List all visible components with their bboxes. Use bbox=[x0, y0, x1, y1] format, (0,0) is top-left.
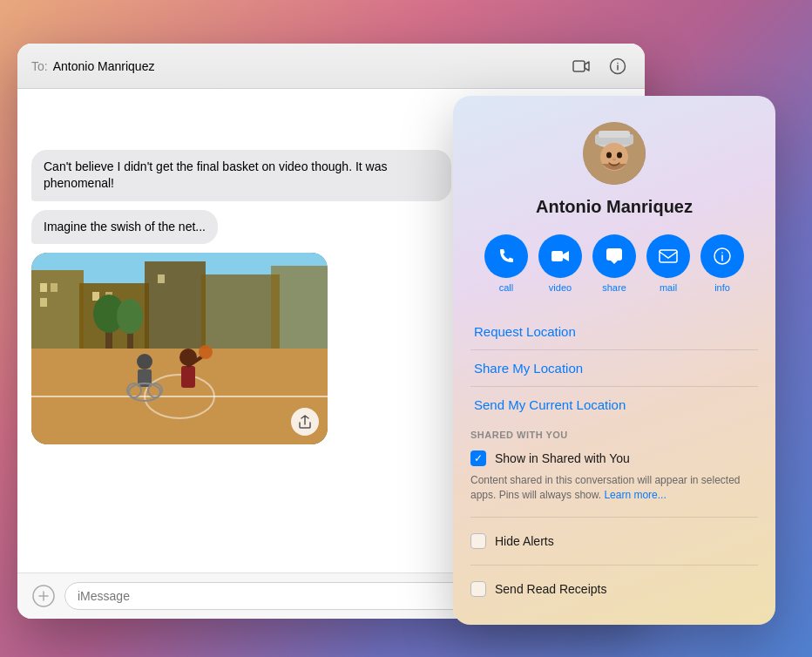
svg-point-27 bbox=[137, 354, 152, 369]
phone-icon bbox=[497, 247, 516, 266]
to-label: To: bbox=[31, 59, 48, 73]
info-button-circle bbox=[700, 234, 744, 278]
svg-rect-38 bbox=[599, 131, 630, 138]
share-button-label: share bbox=[602, 282, 626, 293]
svg-point-40 bbox=[606, 152, 612, 159]
svg-point-3 bbox=[617, 62, 619, 64]
share-my-location-text: Share My Location bbox=[474, 361, 583, 376]
mail-action[interactable]: mail bbox=[646, 234, 690, 293]
location-section: Request Location Share My Location Send … bbox=[470, 314, 758, 423]
action-buttons-row: call video share bbox=[470, 234, 758, 293]
hide-alerts-row[interactable]: Hide Alerts bbox=[470, 526, 758, 556]
svg-point-42 bbox=[612, 159, 616, 161]
svg-rect-0 bbox=[573, 61, 585, 71]
send-current-location-row[interactable]: Send My Current Location bbox=[470, 387, 758, 423]
info-button[interactable] bbox=[605, 53, 631, 79]
show-in-shared-row[interactable]: ✓ Show in Shared with You bbox=[470, 447, 758, 473]
call-action[interactable]: call bbox=[484, 234, 528, 293]
basketball-scene bbox=[31, 253, 328, 444]
panel-contact-name: Antonio Manriquez bbox=[536, 197, 693, 217]
avatar-image bbox=[583, 122, 646, 185]
titlebar-actions bbox=[568, 53, 631, 79]
photo-bubble bbox=[31, 253, 328, 444]
svg-point-48 bbox=[721, 252, 723, 254]
send-read-receipts-checkbox[interactable] bbox=[470, 581, 486, 597]
svg-rect-43 bbox=[551, 251, 563, 261]
add-attachment-button[interactable] bbox=[31, 584, 56, 608]
svg-rect-45 bbox=[660, 250, 677, 262]
shared-info-description: Content shared in this conversation will… bbox=[470, 473, 758, 503]
hide-alerts-checkbox[interactable] bbox=[470, 533, 486, 549]
svg-rect-10 bbox=[40, 283, 47, 292]
share-button-circle bbox=[592, 234, 636, 278]
svg-rect-24 bbox=[181, 366, 195, 388]
mail-icon bbox=[659, 249, 678, 263]
divider-1 bbox=[470, 517, 758, 518]
request-location-text: Request Location bbox=[474, 324, 576, 339]
send-read-receipts-label: Send Read Receipts bbox=[495, 582, 606, 596]
call-button-label: call bbox=[499, 282, 514, 293]
share-bubble-icon bbox=[605, 247, 624, 266]
photo-image bbox=[31, 253, 328, 444]
share-my-location-row[interactable]: Share My Location bbox=[470, 350, 758, 387]
info-circle-icon bbox=[609, 58, 626, 75]
message-text: Can't believe I didn't get the final bas… bbox=[44, 159, 388, 191]
info-icon bbox=[713, 247, 732, 266]
contact-avatar bbox=[583, 122, 646, 185]
video-call-button[interactable] bbox=[568, 53, 594, 79]
share-icon bbox=[299, 415, 311, 429]
svg-rect-7 bbox=[145, 261, 206, 349]
svg-rect-9 bbox=[271, 266, 328, 349]
titlebar-contact-name: Antonio Manriquez bbox=[53, 59, 155, 73]
video-icon bbox=[551, 249, 570, 263]
titlebar: To: Antonio Manriquez bbox=[17, 44, 645, 89]
send-read-receipts-row[interactable]: Send Read Receipts bbox=[470, 574, 758, 604]
svg-rect-12 bbox=[40, 298, 47, 307]
svg-rect-11 bbox=[51, 283, 58, 292]
send-current-location-text: Send My Current Location bbox=[474, 397, 626, 412]
message-text: Imagine the swish of the net... bbox=[44, 220, 206, 234]
svg-point-19 bbox=[117, 299, 143, 334]
hide-alerts-label: Hide Alerts bbox=[495, 534, 554, 548]
show-in-shared-checkbox[interactable]: ✓ bbox=[470, 450, 486, 466]
info-panel: Antonio Manriquez call video bbox=[453, 96, 775, 625]
video-action[interactable]: video bbox=[538, 234, 582, 293]
message-bubble: Imagine the swish of the net... bbox=[31, 210, 218, 245]
mail-button-circle bbox=[646, 234, 690, 278]
svg-point-26 bbox=[199, 345, 213, 359]
svg-rect-8 bbox=[201, 274, 280, 349]
request-location-row[interactable]: Request Location bbox=[470, 314, 758, 350]
svg-rect-15 bbox=[158, 274, 165, 283]
video-button-label: video bbox=[549, 282, 572, 293]
divider-2 bbox=[470, 565, 758, 566]
mail-button-label: mail bbox=[660, 282, 677, 293]
show-in-shared-label: Show in Shared with You bbox=[495, 451, 630, 465]
learn-more-link[interactable]: Learn more... bbox=[604, 489, 666, 501]
video-button-circle bbox=[538, 234, 582, 278]
plus-circle-icon bbox=[32, 585, 55, 607]
svg-rect-44 bbox=[606, 248, 622, 261]
share-action[interactable]: share bbox=[592, 234, 636, 293]
svg-rect-13 bbox=[92, 292, 99, 301]
svg-rect-5 bbox=[31, 270, 84, 349]
svg-point-41 bbox=[617, 152, 622, 159]
info-button-label: info bbox=[714, 282, 730, 293]
call-button-circle bbox=[484, 234, 528, 278]
message-bubble: Can't believe I didn't get the final bas… bbox=[31, 150, 451, 201]
shared-with-you-section: SHARED WITH YOU ✓ Show in Shared with Yo… bbox=[470, 430, 758, 508]
shared-with-you-label: SHARED WITH YOU bbox=[470, 430, 758, 440]
info-action[interactable]: info bbox=[700, 234, 744, 293]
video-camera-icon bbox=[572, 59, 590, 73]
